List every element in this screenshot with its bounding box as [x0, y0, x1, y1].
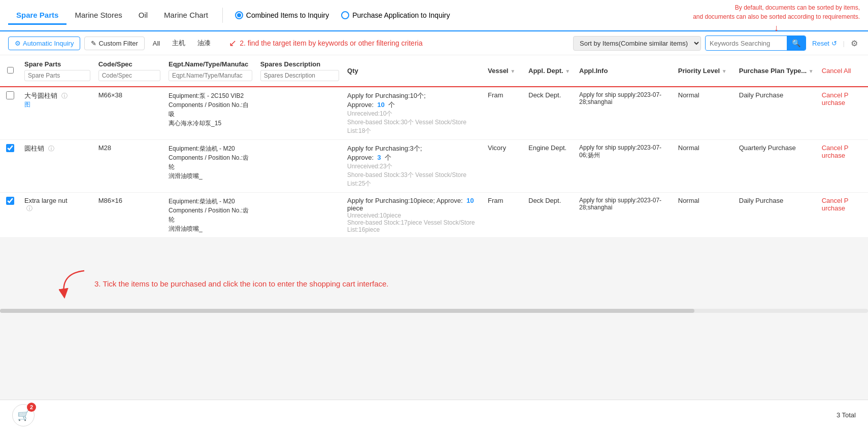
- sort-select[interactable]: Sort by Items(Combine similar items): [573, 36, 701, 51]
- plan-sort-icon[interactable]: ▼: [809, 68, 814, 74]
- row1-checkbox-cell: [0, 87, 20, 140]
- reset-button[interactable]: Reset ↺: [810, 38, 839, 49]
- row1-code: M66×38: [94, 87, 164, 140]
- row3-dept-value: Deck Dept.: [528, 197, 561, 204]
- radio-purchase[interactable]: Purchase Application to Inquiry: [341, 11, 450, 19]
- row1-vessel: Fram: [484, 87, 524, 140]
- row2-appl-info: Apply for ship supply:2023-07-06;扬州: [575, 140, 674, 193]
- row2-dept: Engine Dept.: [524, 140, 575, 193]
- row3-appl-info-value: Apply for ship supply:2023-07-28;shangha…: [579, 197, 670, 211]
- horizontal-scrollbar[interactable]: [0, 309, 868, 313]
- eqpt-filter[interactable]: [169, 70, 252, 81]
- tab-marine-chart[interactable]: Marine Chart: [156, 7, 216, 25]
- row2-checkbox[interactable]: [6, 144, 14, 152]
- row3-vessel-value: Fram: [488, 197, 503, 204]
- row2-qty-approve: Approve: 3 个: [347, 153, 480, 162]
- table-row: 圆柱销 ⓘ M28 Equipment:柴油机 - M20Components …: [0, 140, 868, 193]
- row2-cancel-button[interactable]: Cancel P urchase: [822, 144, 849, 159]
- annotation2-arrow: ↙: [229, 38, 237, 49]
- row2-eqpt-text: Equipment:柴油机 - M20Components / Position…: [169, 144, 252, 181]
- all-label[interactable]: All: [149, 37, 164, 50]
- th-dept-label: Appl. Dept.: [528, 67, 563, 75]
- nav-divider: [222, 8, 223, 23]
- th-eqpt: Eqpt.Name/Type/Manufac: [164, 55, 256, 87]
- radio-group: Combined Items to Inquiry Purchase Appli…: [235, 11, 450, 19]
- row2-desc: [256, 140, 343, 193]
- row3-eqpt: Equipment:柴油机 - M20Components / Position…: [164, 193, 256, 238]
- label-main[interactable]: 主机: [168, 36, 189, 50]
- auto-inquiry-label: Automatic Inquiry: [23, 40, 74, 47]
- vessel-sort-icon[interactable]: ▼: [510, 68, 515, 74]
- row3-qty-shore: Shore-based Stock:17piece Vessel Stock/S…: [347, 219, 480, 233]
- row3-spare-parts: Extra large nut ⓘ: [20, 193, 94, 238]
- row3-eqpt-text: Equipment:柴油机 - M20Components / Position…: [169, 197, 252, 233]
- gear-icon: ⚙: [15, 40, 21, 47]
- spare-parts-filter[interactable]: [24, 70, 90, 81]
- row2-code-value: M28: [98, 144, 111, 152]
- th-priority: Priority Level ▼: [674, 55, 735, 87]
- row2-code: M28: [94, 140, 164, 193]
- dept-sort-icon[interactable]: ▼: [565, 68, 570, 74]
- code-filter[interactable]: [98, 70, 160, 81]
- row2-qty: Apply for Purchasing:3个; Approve: 3 个 Un…: [343, 140, 484, 193]
- row2-qty-shore: Shore-based Stock:33个 Vessel Stock/Store…: [347, 171, 480, 188]
- row2-info-icon[interactable]: ⓘ: [48, 145, 54, 152]
- th-code: Code/Spec: [94, 55, 164, 87]
- row1-dept: Deck Dept.: [524, 87, 575, 140]
- row3-part-name: Extra large nut: [24, 197, 68, 204]
- row3-checkbox[interactable]: [6, 197, 14, 205]
- row2-spare-parts: 圆柱销 ⓘ: [20, 140, 94, 193]
- radio-combined[interactable]: Combined Items to Inquiry: [235, 11, 329, 19]
- table-row: Extra large nut ⓘ M86×16 Equipment:柴油机 -…: [0, 193, 868, 238]
- th-vessel: Vessel ▼: [484, 55, 524, 87]
- row1-info-icon[interactable]: ⓘ: [61, 92, 68, 99]
- row3-dept: Deck Dept.: [524, 193, 575, 238]
- row1-checkbox[interactable]: [6, 91, 14, 99]
- row3-code: M86×16: [94, 193, 164, 238]
- row1-cancel-button[interactable]: Cancel P urchase: [822, 91, 849, 106]
- row3-plan-value: Daily Purchase: [739, 197, 783, 204]
- search-button[interactable]: 🔍: [787, 36, 806, 50]
- auto-inquiry-button[interactable]: ⚙ Automatic Inquiry: [8, 37, 80, 50]
- pipe-divider: |: [843, 40, 845, 47]
- row1-part-name: 大号圆柱销: [24, 92, 57, 99]
- annotation2-label: 2. find the target item by keywords or o…: [240, 39, 422, 47]
- row2-plan: Quarterly Purchase: [735, 140, 818, 193]
- row3-desc: [256, 193, 343, 238]
- scrollbar-thumb: [0, 309, 694, 313]
- row1-appl-info: Apply for ship supply:2023-07-28;shangha…: [575, 87, 674, 140]
- row1-part-img[interactable]: 图: [24, 100, 90, 109]
- search-input[interactable]: [706, 37, 787, 50]
- row3-cancel-button[interactable]: Cancel P urchase: [822, 197, 849, 212]
- label-paint[interactable]: 油漆: [193, 36, 215, 50]
- tab-marine-stores[interactable]: Marine Stores: [66, 7, 130, 25]
- settings-button[interactable]: ⚙: [849, 37, 860, 50]
- row1-desc: [256, 87, 343, 140]
- table-row: 大号圆柱销 ⓘ 图 M66×38 Equipment:泵 - 2C150 VIB…: [0, 87, 868, 140]
- tab-spare-parts[interactable]: Spare Parts: [8, 7, 66, 25]
- priority-sort-icon[interactable]: ▼: [722, 68, 727, 74]
- row1-priority: Normal: [674, 87, 735, 140]
- row2-dept-value: Engine Dept.: [528, 144, 566, 152]
- row3-cancel-cell: Cancel P urchase: [818, 193, 868, 238]
- row3-info-icon[interactable]: ⓘ: [26, 205, 32, 212]
- th-priority-label: Priority Level: [678, 67, 720, 75]
- desc-filter[interactable]: [260, 70, 339, 81]
- custom-filter-button[interactable]: ✎ Custom Filter: [84, 37, 144, 50]
- top-nav: Spare Parts Marine Stores Oil Marine Cha…: [0, 0, 868, 31]
- th-plan: Purchase Plan Type... ▼: [735, 55, 818, 87]
- annotation3-row: 3. Tick the items to be purchased and cl…: [8, 268, 860, 299]
- th-qty-label: Qty: [347, 67, 358, 75]
- tab-oil[interactable]: Oil: [130, 7, 156, 25]
- row2-cancel-cell: Cancel P urchase: [818, 140, 868, 193]
- th-desc-label: Spares Description: [260, 60, 339, 68]
- main-table: Spare Parts Code/Spec Eqpt.Name/Type/Man…: [0, 55, 868, 238]
- row1-appl-info-value: Apply for ship supply:2023-07-28;shangha…: [579, 91, 670, 105]
- cancel-all-button[interactable]: Cancel All: [822, 67, 851, 75]
- row2-appl-info-value: Apply for ship supply:2023-07-06;扬州: [579, 144, 670, 160]
- row2-checkbox-cell: [0, 140, 20, 193]
- row1-eqpt-text: Equipment:泵 - 2C150 VIB2Components / Pos…: [169, 91, 252, 128]
- th-cancel: Cancel All: [818, 55, 868, 87]
- select-all-checkbox[interactable]: [7, 67, 14, 74]
- row1-qty-unreceived: Unreceived:10个: [347, 110, 480, 118]
